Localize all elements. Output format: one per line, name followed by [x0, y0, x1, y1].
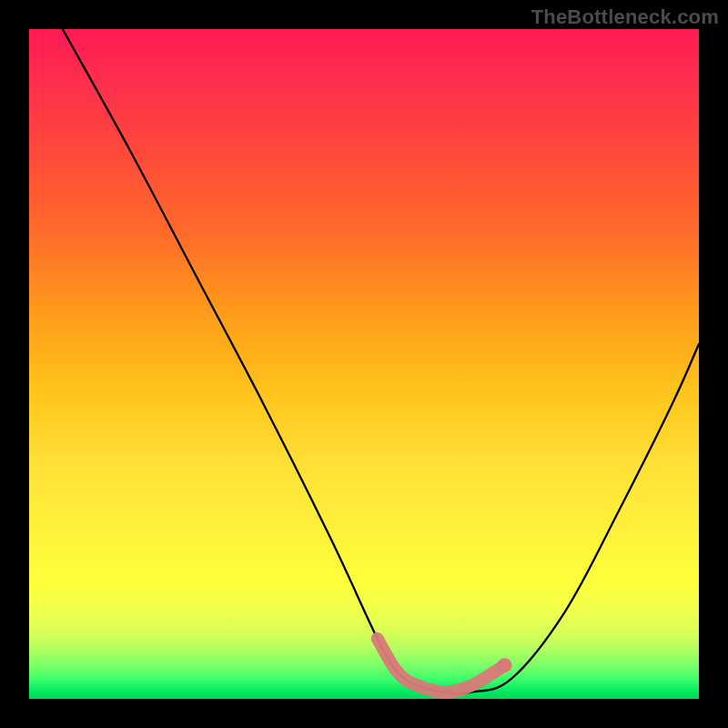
chart-frame: TheBottleneck.com — [0, 0, 728, 728]
curve-path — [63, 29, 699, 693]
watermark-text: TheBottleneck.com — [531, 5, 719, 29]
plot-area — [29, 29, 699, 699]
highlight-band — [378, 639, 512, 693]
black-curve — [63, 29, 699, 693]
chart-svg — [29, 29, 699, 699]
highlight-end-dot — [498, 658, 512, 672]
highlight-path — [378, 639, 505, 693]
